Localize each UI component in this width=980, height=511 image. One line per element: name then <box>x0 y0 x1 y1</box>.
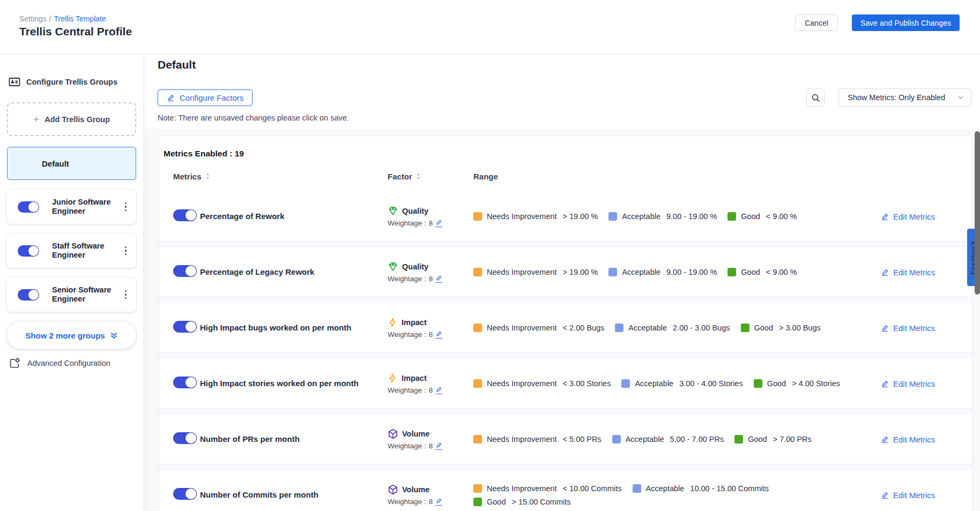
edit-pencil-icon <box>881 324 889 332</box>
add-trellis-group-label: Add Trellis Group <box>44 115 110 124</box>
range-label: Good <box>754 324 773 332</box>
edit-metrics-button[interactable]: Edit Metrics <box>881 324 972 333</box>
metrics-table-card: Metrics Enabled : 19 Metrics Factor Rang… <box>159 136 972 511</box>
range-value: > 3.00 Bugs <box>779 324 821 332</box>
weightage-label: Weightage : <box>388 219 426 227</box>
quality-gem-icon <box>388 261 398 272</box>
edit-weightage-icon[interactable] <box>435 498 442 506</box>
sidebar: Configure Trellis Groups + Add Trellis G… <box>0 54 144 511</box>
range-color-swatch <box>608 268 617 276</box>
cancel-button[interactable]: Cancel <box>795 14 838 31</box>
search-button[interactable] <box>806 88 825 107</box>
edit-weightage-icon[interactable] <box>435 219 442 227</box>
kebab-menu-icon[interactable] <box>123 200 129 214</box>
weightage-value: 8 <box>429 386 433 394</box>
metric-enabled-toggle[interactable] <box>173 488 197 500</box>
configure-factors-button[interactable]: Configure Factors <box>158 89 253 106</box>
row-divider <box>159 408 972 415</box>
range-label: Needs Improvement <box>487 324 557 332</box>
metric-enabled-toggle[interactable] <box>173 432 197 444</box>
weightage-label: Weightage : <box>388 498 426 506</box>
configure-trellis-groups-header: Configure Trellis Groups <box>7 76 136 88</box>
edit-weightage-icon[interactable] <box>435 330 442 339</box>
sidebar-item-junior-software-engineer[interactable]: Junior Software Engineer <box>7 190 136 224</box>
range-color-swatch <box>754 379 762 388</box>
sort-icon[interactable] <box>205 172 210 180</box>
range-value: 3.00 - 4.00 Stories <box>679 379 743 388</box>
sidebar-item-staff-software-engineer[interactable]: Staff Software Engineer <box>7 234 136 268</box>
edit-metrics-button[interactable]: Edit Metrics <box>881 268 972 277</box>
range-color-swatch <box>473 484 482 493</box>
edit-weightage-icon[interactable] <box>435 275 442 283</box>
range-column-label: Range <box>473 172 498 181</box>
sidebar-item-senior-software-engineer[interactable]: Senior Software Engineer <box>7 277 136 312</box>
edit-pencil-icon <box>881 380 889 388</box>
edit-weightage-icon[interactable] <box>435 442 442 450</box>
advanced-configuration-icon <box>9 357 20 369</box>
edit-metrics-button[interactable]: Edit Metrics <box>881 491 972 500</box>
edit-pencil-icon <box>167 94 175 102</box>
edit-metrics-button[interactable]: Edit Metrics <box>881 435 972 444</box>
edit-weightage-icon[interactable] <box>435 386 442 394</box>
kebab-menu-icon[interactable] <box>123 288 129 302</box>
save-and-publish-button[interactable]: Save and Publish Changes <box>852 14 960 31</box>
group-toggle[interactable] <box>18 201 39 213</box>
metric-name: High Impact stories worked on per month <box>200 379 359 388</box>
metric-name: Percentage of Legacy Rework <box>200 267 314 276</box>
metric-enabled-toggle[interactable] <box>173 321 197 333</box>
weightage-value: 8 <box>429 498 433 506</box>
range-color-swatch <box>608 212 617 221</box>
breadcrumb-settings[interactable]: Settings <box>19 14 47 23</box>
range-color-swatch <box>741 324 749 332</box>
range-color-swatch <box>612 435 621 444</box>
range-color-swatch <box>734 435 743 444</box>
group-toggle[interactable] <box>18 245 39 257</box>
metric-enabled-toggle[interactable] <box>173 209 197 221</box>
column-header-metrics[interactable]: Metrics <box>173 172 388 181</box>
edit-metrics-button[interactable]: Edit Metrics <box>881 379 972 388</box>
edit-pencil-icon <box>881 491 889 499</box>
metric-enabled-toggle[interactable] <box>173 377 197 388</box>
range-chip-good: Good> 15.00 Commits <box>473 498 571 506</box>
metric-enabled-toggle[interactable] <box>173 265 197 277</box>
factor-name: Impact <box>402 374 427 382</box>
page-title: Trellis Central Profile <box>19 25 132 38</box>
kebab-menu-icon[interactable] <box>123 244 129 258</box>
toggle-knob <box>28 246 39 256</box>
range-chip-needs-improvement: Needs Improvement> 19.00 % <box>473 212 598 221</box>
group-label: Senior Software Engineer <box>52 285 118 304</box>
edit-pencil-icon <box>881 435 889 444</box>
range-chip-acceptable: Acceptable3.00 - 4.00 Stories <box>621 379 743 388</box>
show-more-groups-button[interactable]: Show 2 more groups <box>7 322 136 349</box>
vertical-scrollbar-thumb[interactable] <box>975 131 980 295</box>
metric-name: Percentage of Rework <box>200 212 285 221</box>
range-value: < 10.00 Commits <box>563 484 622 493</box>
column-header-factor[interactable]: Factor <box>388 172 473 181</box>
range-label: Acceptable <box>622 268 660 276</box>
advanced-configuration-button[interactable]: Advanced Configuration <box>7 357 136 369</box>
quality-gem-icon <box>388 206 398 216</box>
range-chip-acceptable: Acceptable10.00 - 15.00 Commits <box>633 484 769 493</box>
range-chip-acceptable: Acceptable5.00 - 7.00 PRs <box>612 435 724 444</box>
factor-name: Volume <box>402 430 429 438</box>
edit-metrics-button[interactable]: Edit Metrics <box>881 212 972 221</box>
range-chip-acceptable: Acceptable2.00 - 3.00 Bugs <box>615 324 730 332</box>
edit-pencil-icon <box>881 213 889 221</box>
show-metrics-dropdown[interactable]: Show Metrics: Only Enabled <box>838 88 971 107</box>
impact-lightning-icon <box>388 373 398 384</box>
weightage-label: Weightage : <box>388 442 426 450</box>
factor-name: Quality <box>402 262 428 271</box>
range-chip-good: Good< 9.00 % <box>727 268 797 276</box>
sort-icon[interactable] <box>416 172 421 180</box>
add-trellis-group-button[interactable]: + Add Trellis Group <box>7 102 136 136</box>
group-toggle[interactable] <box>18 289 39 300</box>
weightage-label: Weightage : <box>388 330 426 339</box>
sidebar-item-default[interactable]: Default <box>7 147 136 180</box>
app-header: Settings/Trellis Template Trellis Centra… <box>0 0 980 54</box>
range-label: Good <box>741 268 760 276</box>
weightage-value: 8 <box>429 442 433 450</box>
range-value: 2.00 - 3.00 Bugs <box>673 324 730 332</box>
metric-row-percentage-of-legacy-rework: Percentage of Legacy Rework Quality Weig… <box>159 247 972 297</box>
range-value: < 5.00 PRs <box>563 435 602 444</box>
breadcrumb-trellis-template[interactable]: Trellis Template <box>54 14 106 23</box>
